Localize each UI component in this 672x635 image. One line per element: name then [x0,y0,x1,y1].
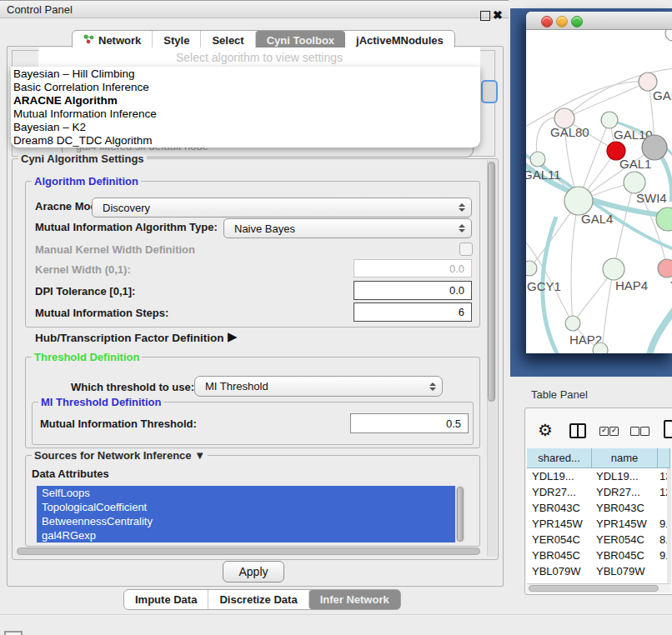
network-node-label: SWI4 [636,191,667,205]
column-header[interactable] [658,448,670,468]
table-header-row: shared...name [527,448,670,468]
table-row[interactable]: YBR045CYBR045C9. [527,548,670,563]
algorithm-options: Bayesian – Hill ClimbingBasic Correlatio… [11,67,480,148]
sources-group-title: Sources for Network Inference ▼ [32,449,208,462]
table-row[interactable]: YDL19...YDL19...13 [527,468,670,484]
unchecked-checkbox-icon[interactable] [630,427,639,436]
table-hscrollbar-thumb[interactable] [529,585,659,592]
network-edge[interactable] [526,82,648,128]
table-cell: YER054C [592,533,658,546]
attribute-item[interactable]: SelfLoops [37,486,455,500]
mi-steps-field[interactable]: 6 [354,302,472,322]
network-node-hap4[interactable] [603,258,624,280]
table-row[interactable]: YDR27...YDR27...12 [527,484,670,500]
unchecked-checkbox-icon[interactable] [640,427,649,436]
collapse-arrow-icon[interactable]: ▼ [194,449,205,462]
table-hscrollbar[interactable] [527,583,670,592]
network-node-gal4[interactable] [564,187,593,215]
mi-steps-label: Mutual Information Steps: [35,307,168,319]
minimize-traffic-light[interactable] [556,16,568,28]
network-node[interactable] [665,30,672,41]
table-row[interactable]: YER054CYER054C8. [527,532,670,548]
attribute-item[interactable]: BetweennessCentrality [37,514,455,528]
algorithm-option-aracne-algorithm[interactable]: ARACNE Algorithm [11,94,480,108]
table-cell: YBR045C [527,549,592,562]
table-cell: YPR145W [592,518,658,530]
manual-kernel-checkbox[interactable] [459,242,473,256]
mi-type-label: Mutual Information Algorithm Type: [35,221,218,233]
tab-label: Discretize Data [219,593,297,606]
network-edge[interactable] [602,269,614,350]
checked-checkbox-icon[interactable]: ✓ [599,427,609,436]
zoom-traffic-light[interactable] [571,16,583,28]
tab-label: Select [212,34,243,47]
network-canvas[interactable]: GALGAL80GAL10GAL1GAL11SWI4GAL4GCY1HAP4YH… [526,30,672,353]
algorithm-option-bayesian-k2[interactable]: Bayesian – K2 [11,121,480,134]
table-cell: YDR27... [527,486,592,498]
gear-icon[interactable]: ⚙ [538,420,553,440]
settings-hscrollbar-thumb[interactable] [17,548,480,555]
focused-side-button[interactable] [481,80,498,103]
dpi-tolerance-field[interactable]: 0.0 [354,281,472,300]
close-icon[interactable]: ✖ [493,8,503,22]
mi-type-combo[interactable]: Naive Bayes [223,218,472,238]
which-threshold-value: MI Threshold [195,380,424,392]
float-window-icon[interactable] [480,11,490,21]
network-edge[interactable] [649,305,672,353]
network-node-y[interactable] [658,259,672,278]
attributes-scrollbar-thumb[interactable] [457,487,464,542]
network-edge[interactable] [614,182,634,269]
close-traffic-light[interactable] [541,16,553,28]
table-cell: YDL19... [527,470,592,482]
algorithm-select-combo[interactable]: Select algorithm to view settings [38,48,480,67]
cyni-settings-group-title: Cyni Algorithm Settings [18,152,147,165]
attribute-item[interactable]: gal4RGexp [37,528,455,542]
column-header[interactable]: name [592,448,658,468]
table-cell: YBL079W [527,565,592,578]
tab-label: jActiveMNodules [356,34,444,47]
algorithm-option-dream8-dc-tdc-algorithm[interactable]: Dream8 DC_TDC Algorithm [11,134,480,148]
table-row[interactable]: YPR145WYPR145W9. [527,516,670,532]
network-node-swi4[interactable] [656,208,672,231]
attributes-list: SelfLoopsTopologicalCoefficientBetweenne… [37,486,455,542]
mi-threshold-field[interactable]: 0.5 [350,413,469,433]
which-threshold-combo[interactable]: MI Threshold [194,376,443,397]
network-node-hap2[interactable] [565,316,580,331]
network-node-gal11[interactable] [530,152,545,167]
expand-arrow-icon[interactable]: ▶ [228,329,238,344]
network-node-gal10[interactable] [601,112,618,128]
aracne-mode-combo[interactable]: Discovery [92,198,472,218]
tab-label: Network [98,34,141,47]
kernel-width-label: Kernel Width (0,1): [35,263,131,276]
checked-checkbox-icon[interactable]: ✓ [609,427,619,436]
algorithm-option-basic-correlation-inference[interactable]: Basic Correlation Inference [11,81,480,94]
tab-discretize-data[interactable]: Discretize Data [208,590,308,609]
table-row[interactable]: YBR043CYBR043C [527,500,670,516]
network-view-window[interactable]: GALGAL80GAL10GAL1GAL11SWI4GAL4GCY1HAP4YH… [526,12,672,353]
network-node-label: GAL11 [526,168,561,182]
minimized-panel-icon[interactable] [4,631,23,635]
attribute-item[interactable]: TopologicalCoefficient [37,500,455,514]
spinner-icon [424,382,442,391]
table-row[interactable]: YBL079WYBL079W [527,563,670,579]
algorithm-option-bayesian-hill-climbing[interactable]: Bayesian – Hill Climbing [11,68,480,81]
network-node-gcy1[interactable] [526,261,537,276]
attribute-table: shared...name YDL19...YDL19...13YDR27...… [527,448,670,583]
table-cell: YBL079W [592,565,658,578]
apply-button[interactable]: Apply [223,561,284,582]
split-view-icon[interactable] [569,423,586,438]
network-window-titlebar[interactable] [526,12,672,30]
network-node[interactable] [593,342,608,353]
tab-infer-network[interactable]: Infer Network [308,590,400,609]
network-edge[interactable] [571,201,579,323]
algorithm-option-mutual-information-inference[interactable]: Mutual Information Inference [11,108,480,121]
network-node-label: HAP4 [615,278,648,292]
tab-impute-data[interactable]: Impute Data [124,590,208,609]
spinner-icon [453,203,471,212]
settings-scrollbar-thumb[interactable] [488,162,495,402]
table-cell: YBR045C [592,549,658,562]
table-vscrollbar[interactable] [667,468,671,583]
document-icon[interactable] [664,420,672,438]
kernel-width-field[interactable]: 0.0 [354,259,472,278]
column-header[interactable]: shared... [527,448,592,468]
